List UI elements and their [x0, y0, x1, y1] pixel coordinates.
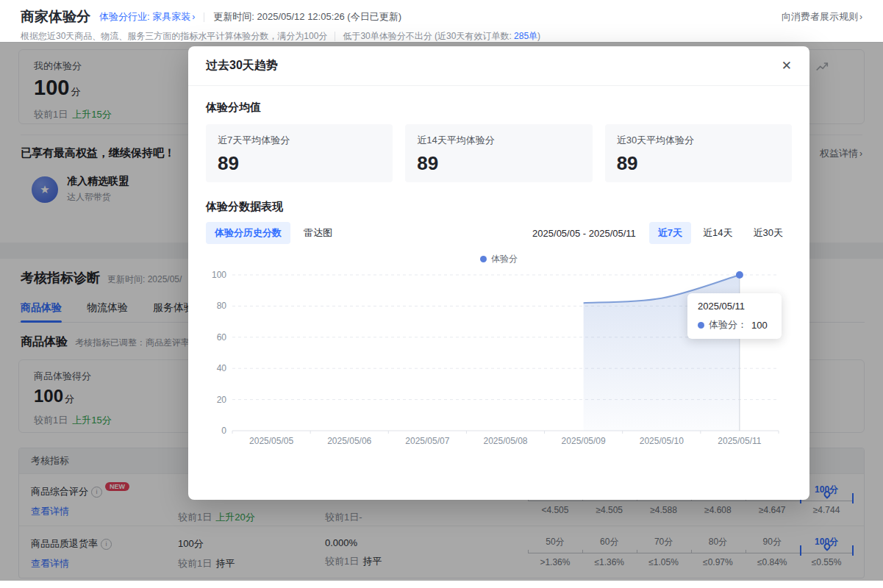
stat-card-14d: 近14天平均体验分 89: [405, 124, 592, 182]
close-icon[interactable]: ✕: [782, 60, 792, 72]
svg-text:20: 20: [217, 395, 227, 405]
tooltip-dot-icon: [698, 322, 704, 329]
svg-text:80: 80: [217, 301, 227, 311]
trend-chart-area[interactable]: 体验分 0204060801002025/05/052025/05/062025…: [206, 251, 792, 453]
modal-title: 过去30天趋势: [206, 58, 278, 74]
order-count-link[interactable]: 285单: [514, 31, 537, 41]
svg-text:2025/05/08: 2025/05/08: [483, 436, 527, 446]
range-tab-30d[interactable]: 近30天: [745, 222, 792, 244]
chart-legend: 体验分: [206, 251, 792, 266]
svg-text:100: 100: [212, 270, 226, 280]
range-tab-7d[interactable]: 近7天: [649, 222, 691, 244]
date-range: 2025/05/05 - 2025/05/11: [532, 228, 636, 239]
svg-text:2025/05/09: 2025/05/09: [562, 436, 606, 446]
tab-history-score[interactable]: 体验分历史分数: [206, 222, 290, 244]
tab-radar-chart[interactable]: 雷达图: [295, 222, 341, 244]
svg-text:2025/05/07: 2025/05/07: [405, 436, 449, 446]
updated-time: 更新时间: 2025/05/12 12:05:26 (今日已更新): [213, 10, 401, 24]
page-subtitle: 根据您近30天商品、物流、服务三方面的指标水平计算体验分数，满分为100分 低于…: [0, 26, 883, 43]
svg-text:2025/05/11: 2025/05/11: [718, 436, 761, 446]
divider: [335, 32, 335, 41]
chevron-right-icon: ›: [859, 12, 862, 21]
stat-card-30d: 近30天平均体验分 89: [605, 124, 792, 182]
stat-card-7d: 近7天平均体验分 89: [206, 124, 393, 182]
industry-link[interactable]: 体验分行业: 家具家装 ›: [99, 10, 195, 24]
svg-text:2025/05/05: 2025/05/05: [249, 436, 293, 446]
avg-section-title: 体验分均值: [206, 101, 792, 115]
page-title: 商家体验分: [21, 7, 90, 26]
svg-text:60: 60: [217, 332, 227, 343]
chevron-right-icon: ›: [192, 12, 195, 21]
svg-text:2025/05/10: 2025/05/10: [640, 436, 684, 446]
divider: [204, 12, 204, 22]
series-end-point: [736, 271, 743, 279]
chart-tooltip: 2025/05/11 体验分： 100: [687, 293, 782, 339]
page-header: 商家体验分 体验分行业: 家具家装 › 更新时间: 2025/05/12 12:…: [0, 0, 883, 43]
legend-dot-icon: [480, 256, 487, 262]
view-tabs: 体验分历史分数 雷达图: [206, 222, 341, 244]
svg-text:0: 0: [221, 426, 226, 436]
trend-modal: 过去30天趋势 ✕ 体验分均值 近7天平均体验分 89 近14天平均体验分 89…: [188, 46, 809, 500]
show-rules-link[interactable]: 向消费者展示规则 ›: [782, 10, 862, 24]
perf-section-title: 体验分数据表现: [206, 200, 792, 214]
svg-text:40: 40: [217, 363, 227, 373]
svg-text:2025/05/06: 2025/05/06: [327, 436, 371, 446]
range-tab-14d[interactable]: 近14天: [694, 222, 741, 244]
